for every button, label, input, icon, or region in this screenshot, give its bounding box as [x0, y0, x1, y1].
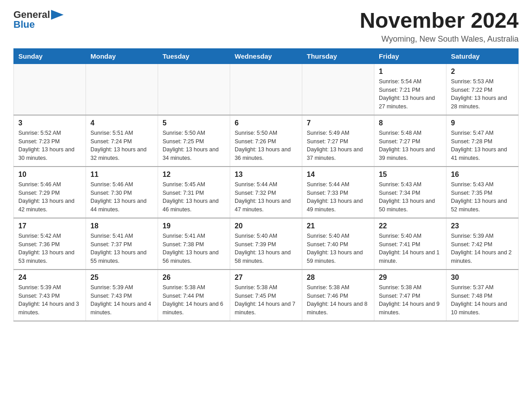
month-title: November 2024: [360, 9, 519, 33]
day-number: 8: [379, 119, 442, 127]
day-info: Sunrise: 5:38 AMSunset: 7:44 PMDaylight:…: [163, 283, 225, 317]
day-info: Sunrise: 5:42 AMSunset: 7:36 PMDaylight:…: [18, 232, 81, 265]
day-info: Sunrise: 5:40 AMSunset: 7:41 PMDaylight:…: [379, 232, 442, 265]
calendar-cell: 9Sunrise: 5:47 AMSunset: 7:28 PMDaylight…: [446, 115, 519, 167]
calendar-cell: [230, 64, 302, 115]
day-number: 24: [18, 274, 81, 282]
calendar-cell: [302, 64, 374, 115]
calendar-cell: 27Sunrise: 5:38 AMSunset: 7:45 PMDayligh…: [230, 270, 302, 321]
calendar-table: SundayMondayTuesdayWednesdayThursdayFrid…: [13, 48, 519, 321]
calendar-cell: [86, 64, 158, 115]
day-number: 15: [379, 171, 442, 179]
calendar-cell: 6Sunrise: 5:50 AMSunset: 7:26 PMDaylight…: [230, 115, 302, 167]
day-number: 18: [90, 222, 153, 230]
day-info: Sunrise: 5:39 AMSunset: 7:43 PMDaylight:…: [90, 283, 153, 317]
logo-blue-text: Blue: [13, 19, 35, 30]
day-number: 6: [235, 119, 297, 127]
day-number: 21: [307, 222, 369, 230]
calendar-cell: 23Sunrise: 5:39 AMSunset: 7:42 PMDayligh…: [446, 218, 519, 270]
calendar-cell: 15Sunrise: 5:43 AMSunset: 7:34 PMDayligh…: [374, 167, 446, 218]
calendar-cell: 11Sunrise: 5:46 AMSunset: 7:30 PMDayligh…: [86, 167, 158, 218]
day-info: Sunrise: 5:41 AMSunset: 7:38 PMDaylight:…: [163, 232, 225, 265]
day-info: Sunrise: 5:40 AMSunset: 7:40 PMDaylight:…: [307, 232, 369, 265]
calendar-cell: 5Sunrise: 5:50 AMSunset: 7:25 PMDaylight…: [158, 115, 230, 167]
day-info: Sunrise: 5:46 AMSunset: 7:30 PMDaylight:…: [90, 180, 153, 214]
calendar-header-monday: Monday: [86, 48, 158, 64]
day-number: 11: [90, 171, 153, 179]
day-number: 27: [235, 274, 297, 282]
day-number: 7: [307, 119, 369, 127]
day-info: Sunrise: 5:44 AMSunset: 7:32 PMDaylight:…: [235, 180, 297, 214]
day-info: Sunrise: 5:43 AMSunset: 7:34 PMDaylight:…: [379, 180, 442, 214]
calendar-cell: 26Sunrise: 5:38 AMSunset: 7:44 PMDayligh…: [158, 270, 230, 321]
calendar-header-wednesday: Wednesday: [230, 48, 302, 64]
calendar-cell: 21Sunrise: 5:40 AMSunset: 7:40 PMDayligh…: [302, 218, 374, 270]
calendar-cell: 19Sunrise: 5:41 AMSunset: 7:38 PMDayligh…: [158, 218, 230, 270]
calendar-cell: 13Sunrise: 5:44 AMSunset: 7:32 PMDayligh…: [230, 167, 302, 218]
calendar-cell: 3Sunrise: 5:52 AMSunset: 7:23 PMDaylight…: [14, 115, 86, 167]
day-info: Sunrise: 5:46 AMSunset: 7:29 PMDaylight:…: [18, 180, 81, 214]
day-info: Sunrise: 5:37 AMSunset: 7:48 PMDaylight:…: [451, 283, 514, 317]
calendar-cell: 8Sunrise: 5:48 AMSunset: 7:27 PMDaylight…: [374, 115, 446, 167]
day-info: Sunrise: 5:47 AMSunset: 7:28 PMDaylight:…: [451, 129, 514, 163]
day-info: Sunrise: 5:49 AMSunset: 7:27 PMDaylight:…: [307, 129, 369, 163]
calendar-cell: 14Sunrise: 5:44 AMSunset: 7:33 PMDayligh…: [302, 167, 374, 218]
day-number: 10: [18, 171, 81, 179]
calendar-cell: 12Sunrise: 5:45 AMSunset: 7:31 PMDayligh…: [158, 167, 230, 218]
day-info: Sunrise: 5:43 AMSunset: 7:35 PMDaylight:…: [451, 180, 514, 214]
day-info: Sunrise: 5:50 AMSunset: 7:25 PMDaylight:…: [163, 129, 225, 163]
calendar-cell: 28Sunrise: 5:38 AMSunset: 7:46 PMDayligh…: [302, 270, 374, 321]
day-number: 30: [451, 274, 514, 282]
logo-triangle-icon: [51, 10, 64, 20]
calendar-cell: 29Sunrise: 5:38 AMSunset: 7:47 PMDayligh…: [374, 270, 446, 321]
svg-marker-0: [51, 10, 64, 20]
location-text: Wyoming, New South Wales, Australia: [360, 34, 519, 44]
calendar-week-row: 17Sunrise: 5:42 AMSunset: 7:36 PMDayligh…: [14, 218, 519, 270]
calendar-cell: 24Sunrise: 5:39 AMSunset: 7:43 PMDayligh…: [14, 270, 86, 321]
day-info: Sunrise: 5:52 AMSunset: 7:23 PMDaylight:…: [18, 129, 81, 163]
calendar-header-friday: Friday: [374, 48, 446, 64]
calendar-cell: 30Sunrise: 5:37 AMSunset: 7:48 PMDayligh…: [446, 270, 519, 321]
day-info: Sunrise: 5:41 AMSunset: 7:37 PMDaylight:…: [90, 232, 153, 265]
day-number: 4: [90, 119, 153, 127]
calendar-cell: 20Sunrise: 5:40 AMSunset: 7:39 PMDayligh…: [230, 218, 302, 270]
day-number: 9: [451, 119, 514, 127]
day-number: 25: [90, 274, 153, 282]
calendar-cell: [158, 64, 230, 115]
day-number: 29: [379, 274, 442, 282]
day-info: Sunrise: 5:39 AMSunset: 7:43 PMDaylight:…: [18, 283, 81, 317]
calendar-cell: [14, 64, 86, 115]
day-info: Sunrise: 5:38 AMSunset: 7:47 PMDaylight:…: [379, 283, 442, 317]
calendar-cell: 4Sunrise: 5:51 AMSunset: 7:24 PMDaylight…: [86, 115, 158, 167]
calendar-cell: 10Sunrise: 5:46 AMSunset: 7:29 PMDayligh…: [14, 167, 86, 218]
calendar-cell: 1Sunrise: 5:54 AMSunset: 7:21 PMDaylight…: [374, 64, 446, 115]
day-info: Sunrise: 5:38 AMSunset: 7:46 PMDaylight:…: [307, 283, 369, 317]
day-number: 14: [307, 171, 369, 179]
day-info: Sunrise: 5:40 AMSunset: 7:39 PMDaylight:…: [235, 232, 297, 265]
day-number: 19: [163, 222, 225, 230]
calendar-week-row: 24Sunrise: 5:39 AMSunset: 7:43 PMDayligh…: [14, 270, 519, 321]
day-number: 28: [307, 274, 369, 282]
day-number: 1: [379, 68, 442, 76]
day-info: Sunrise: 5:38 AMSunset: 7:45 PMDaylight:…: [235, 283, 297, 317]
day-number: 20: [235, 222, 297, 230]
calendar-header-thursday: Thursday: [302, 48, 374, 64]
calendar-week-row: 10Sunrise: 5:46 AMSunset: 7:29 PMDayligh…: [14, 167, 519, 218]
calendar-header-sunday: Sunday: [14, 48, 86, 64]
day-number: 5: [163, 119, 225, 127]
day-info: Sunrise: 5:54 AMSunset: 7:21 PMDaylight:…: [379, 77, 442, 111]
calendar-cell: 2Sunrise: 5:53 AMSunset: 7:22 PMDaylight…: [446, 64, 519, 115]
day-number: 13: [235, 171, 297, 179]
day-number: 12: [163, 171, 225, 179]
calendar-cell: 16Sunrise: 5:43 AMSunset: 7:35 PMDayligh…: [446, 167, 519, 218]
calendar-header-row: SundayMondayTuesdayWednesdayThursdayFrid…: [14, 48, 519, 64]
day-number: 23: [451, 222, 514, 230]
day-info: Sunrise: 5:51 AMSunset: 7:24 PMDaylight:…: [90, 129, 153, 163]
logo: General Blue: [13, 9, 64, 30]
calendar-cell: 17Sunrise: 5:42 AMSunset: 7:36 PMDayligh…: [14, 218, 86, 270]
calendar-header-saturday: Saturday: [446, 48, 519, 64]
calendar-cell: 7Sunrise: 5:49 AMSunset: 7:27 PMDaylight…: [302, 115, 374, 167]
day-info: Sunrise: 5:50 AMSunset: 7:26 PMDaylight:…: [235, 129, 297, 163]
day-number: 22: [379, 222, 442, 230]
calendar-week-row: 1Sunrise: 5:54 AMSunset: 7:21 PMDaylight…: [14, 64, 519, 115]
